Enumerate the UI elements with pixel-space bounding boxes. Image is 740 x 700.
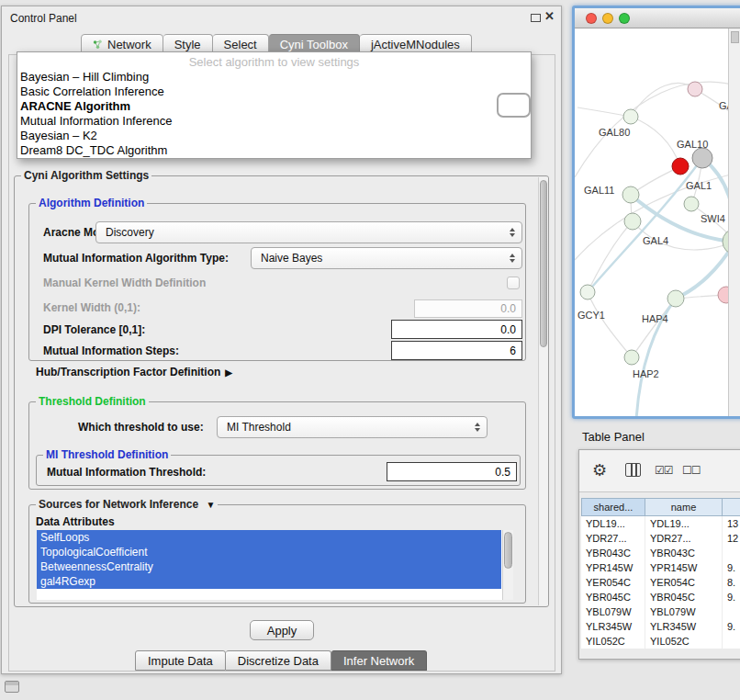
network-icon bbox=[93, 40, 103, 50]
close-icon[interactable]: ✕ bbox=[544, 9, 555, 23]
algorithm-option-bayesian-hill-climbing[interactable]: Bayesian – Hill Climbing bbox=[17, 70, 531, 85]
mi-threshold-field[interactable] bbox=[387, 462, 517, 481]
table-row[interactable]: YBR045CYBR045C9. bbox=[581, 590, 740, 604]
table-cell: YER054C bbox=[581, 575, 645, 590]
sources-title[interactable]: Sources for Network Inference ▼ bbox=[36, 499, 218, 511]
stepper-arrows-icon bbox=[510, 228, 515, 237]
collapse-down-icon: ▼ bbox=[206, 500, 215, 510]
network-node[interactable] bbox=[672, 158, 689, 175]
minimize-traffic-light[interactable] bbox=[602, 13, 613, 24]
network-view-window: GALGAL80GAL10GAL11GAL1SWI4GAL4GCY1HAP4YH… bbox=[572, 6, 740, 419]
dpi-tolerance-label: DPI Tolerance [0,1]: bbox=[43, 320, 145, 339]
table-row[interactable]: YDR27...YDR27...12 bbox=[581, 531, 740, 546]
network-edge[interactable] bbox=[588, 158, 702, 292]
kernel-width-field[interactable] bbox=[414, 299, 522, 318]
table-cell: 9. bbox=[723, 560, 740, 575]
network-node[interactable] bbox=[624, 213, 641, 230]
network-node[interactable] bbox=[688, 82, 702, 96]
float-window-icon[interactable] bbox=[531, 14, 541, 22]
table-cell: YBL079W bbox=[645, 604, 723, 619]
algorithm-option-basic-correlation-inference[interactable]: Basic Correlation Inference bbox=[17, 85, 531, 99]
network-edge[interactable] bbox=[631, 117, 680, 166]
network-node[interactable] bbox=[580, 285, 595, 299]
algorithm-option-dream8-dc-tdc-algorithm[interactable]: Dream8 DC_TDC Algorithm bbox=[17, 143, 531, 158]
attribute-item-gal4rgexp[interactable]: gal4RGexp bbox=[37, 574, 501, 589]
select-all-icon[interactable]: ☑☑ bbox=[655, 464, 673, 477]
table-row[interactable]: YBL079WYBL079W bbox=[581, 604, 740, 619]
columns-icon[interactable] bbox=[625, 463, 641, 477]
data-attributes-label: Data Attributes bbox=[36, 515, 115, 528]
table-panel-label: Table Panel bbox=[582, 430, 645, 444]
table-row[interactable]: YIL052CYIL052C bbox=[581, 634, 740, 649]
algorithm-dropdown-popup: Select algorithm to view settings Bayesi… bbox=[17, 51, 532, 159]
network-edge[interactable] bbox=[577, 107, 631, 117]
cyni-bottom-tabs: Impute DataDiscretize DataInfer Network bbox=[135, 650, 427, 671]
table-row[interactable]: YER054CYER054C8. bbox=[581, 575, 740, 590]
attribute-item-selfloops[interactable]: SelfLoops bbox=[37, 530, 501, 545]
mi-type-value: Naive Bayes bbox=[261, 252, 322, 265]
network-node[interactable] bbox=[667, 290, 684, 307]
tab-label: Style bbox=[174, 38, 201, 51]
algorithm-option-aracne-algorithm[interactable]: ARACNE Algorithm bbox=[17, 99, 531, 114]
network-edge[interactable] bbox=[631, 83, 695, 117]
table-cell: YDL19... bbox=[581, 516, 645, 531]
data-attributes-list: SelfLoopsTopologicalCoefficientBetweenne… bbox=[37, 530, 513, 600]
network-scrollbar-thumb[interactable] bbox=[731, 31, 739, 43]
which-threshold-select[interactable]: MI Threshold bbox=[217, 416, 488, 438]
table-cell: 12 bbox=[723, 531, 740, 546]
settings-scrollbar[interactable] bbox=[538, 177, 548, 605]
node-label-gal80: GAL80 bbox=[599, 127, 630, 138]
table-cell: YBR043C bbox=[581, 546, 645, 560]
network-node[interactable] bbox=[623, 109, 638, 124]
network-node[interactable] bbox=[692, 148, 712, 168]
hub-definition-toggle[interactable]: Hub/Transcription Factor Definition ▶ bbox=[36, 365, 232, 379]
bottom-tab-impute-data[interactable]: Impute Data bbox=[135, 650, 226, 671]
kernel-width-label: Kernel Width (0,1): bbox=[43, 299, 140, 317]
table-cell: YLR345W bbox=[581, 619, 645, 634]
mi-type-select[interactable]: Naive Bayes bbox=[251, 247, 522, 269]
network-node[interactable] bbox=[624, 350, 639, 365]
network-edge[interactable] bbox=[588, 292, 632, 357]
attribute-item-betweennesscentrality[interactable]: BetweennessCentrality bbox=[37, 559, 501, 574]
table-row[interactable]: YBR043CYBR043C bbox=[581, 546, 740, 560]
dpi-tolerance-field[interactable] bbox=[391, 320, 522, 339]
table-cell: 9. bbox=[723, 590, 740, 604]
apply-button[interactable]: Apply bbox=[250, 620, 314, 640]
algorithm-option-mutual-information-inference[interactable]: Mutual Information Inference bbox=[17, 114, 531, 129]
network-scrollbar[interactable] bbox=[728, 28, 740, 416]
dropdown-options: Bayesian – Hill ClimbingBasic Correlatio… bbox=[17, 70, 531, 158]
algorithm-option-bayesian-k2[interactable]: Bayesian – K2 bbox=[17, 129, 531, 143]
panel-restore-icon[interactable] bbox=[5, 681, 19, 693]
table-cell: YDR27... bbox=[645, 531, 723, 546]
column-header-shared[interactable]: shared... bbox=[581, 498, 645, 516]
attributes-scrollbar[interactable] bbox=[502, 530, 513, 600]
tab-label: jActiveMNodules bbox=[371, 38, 460, 51]
deselect-all-icon[interactable]: ☐☐ bbox=[682, 464, 701, 477]
settings-scrollbar-thumb[interactable] bbox=[540, 180, 547, 347]
network-node[interactable] bbox=[622, 186, 639, 203]
bottom-tab-discretize-data[interactable]: Discretize Data bbox=[226, 650, 331, 671]
table-cell: YDR27... bbox=[581, 531, 645, 546]
network-node[interactable] bbox=[684, 197, 699, 211]
mi-steps-field[interactable] bbox=[391, 341, 522, 360]
manual-kernel-checkbox[interactable] bbox=[507, 277, 520, 289]
column-header-extra[interactable] bbox=[723, 498, 740, 516]
bottom-tab-infer-network[interactable]: Infer Network bbox=[331, 650, 427, 671]
network-graph: GALGAL80GAL10GAL11GAL1SWI4GAL4GCY1HAP4YH… bbox=[575, 28, 740, 416]
node-label-hap4: HAP4 bbox=[642, 313, 668, 324]
table-row[interactable]: YDL19...YDL19...13 bbox=[581, 516, 740, 531]
column-header-name[interactable]: name bbox=[645, 498, 723, 516]
hub-definition-label: Hub/Transcription Factor Definition bbox=[36, 366, 220, 378]
network-edge[interactable] bbox=[588, 221, 633, 292]
attributes-scrollbar-thumb[interactable] bbox=[504, 532, 512, 569]
network-canvas[interactable]: GALGAL80GAL10GAL11GAL1SWI4GAL4GCY1HAP4YH… bbox=[575, 28, 740, 416]
zoom-traffic-light[interactable] bbox=[619, 13, 630, 24]
gear-icon[interactable]: ⚙ bbox=[592, 460, 607, 480]
close-traffic-light[interactable] bbox=[586, 13, 597, 24]
table-row[interactable]: YPR145WYPR145W9. bbox=[581, 560, 740, 575]
table-row[interactable]: YLR345WYLR345W9. bbox=[581, 619, 740, 634]
attribute-item-topologicalcoefficient[interactable]: TopologicalCoefficient bbox=[37, 545, 501, 559]
aracne-mode-select[interactable]: Discovery bbox=[95, 221, 522, 243]
network-window-titlebar[interactable] bbox=[575, 8, 740, 28]
mi-threshold-group-title: MI Threshold Definition bbox=[43, 449, 171, 461]
